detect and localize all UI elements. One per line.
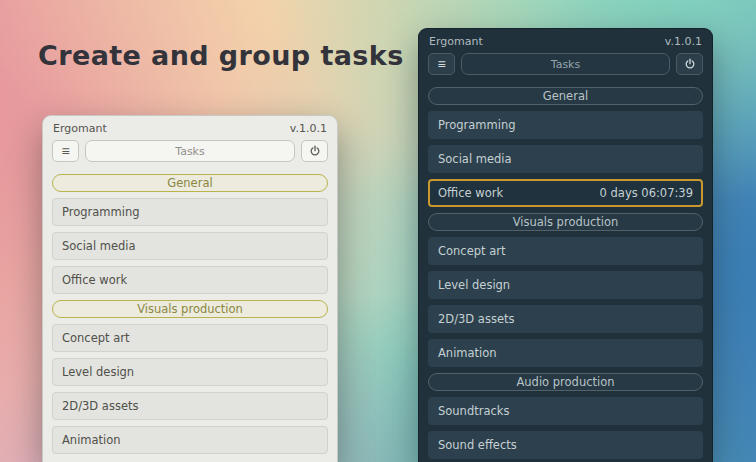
group-header[interactable]: Audio production xyxy=(428,373,703,391)
group-label: General xyxy=(167,176,212,190)
app-window-light: Ergomant v.1.0.1 ≡ Tasks General Program… xyxy=(42,115,338,462)
task-item[interactable]: Office work xyxy=(52,266,328,294)
hamburger-icon: ≡ xyxy=(61,144,69,158)
task-label: Office work xyxy=(438,186,503,200)
task-label: Social media xyxy=(438,152,512,166)
group-label: Visuals production xyxy=(137,302,243,316)
menu-button[interactable]: ≡ xyxy=(52,140,79,162)
window-version: v.1.0.1 xyxy=(290,122,327,135)
task-list: General Programming Social media Office … xyxy=(43,166,337,454)
task-item[interactable]: Level design xyxy=(428,271,703,299)
task-item[interactable]: Level design xyxy=(52,358,328,386)
task-item[interactable]: Social media xyxy=(52,232,328,260)
task-item[interactable]: Concept art xyxy=(52,324,328,352)
task-item[interactable]: 2D/3D assets xyxy=(428,305,703,333)
task-label: Programming xyxy=(438,118,516,132)
task-label: Level design xyxy=(62,365,134,379)
task-label: 2D/3D assets xyxy=(62,399,138,413)
task-label: Office work xyxy=(62,273,127,287)
task-list: General Programming Social media Office … xyxy=(419,79,712,459)
toolbar: ≡ Tasks xyxy=(43,140,337,166)
power-button[interactable] xyxy=(676,53,703,75)
hamburger-icon: ≡ xyxy=(437,57,445,71)
group-label: Audio production xyxy=(516,375,614,389)
task-item[interactable]: Office work 0 days 06:07:39 xyxy=(428,179,703,207)
group-header[interactable]: General xyxy=(52,174,328,192)
menu-button[interactable]: ≡ xyxy=(428,53,455,75)
task-label: Animation xyxy=(62,433,121,447)
task-label: Concept art xyxy=(438,244,506,258)
power-button[interactable] xyxy=(301,140,328,162)
task-label: Concept art xyxy=(62,331,130,345)
toolbar: ≡ Tasks xyxy=(419,53,712,79)
task-timer: 0 days 06:07:39 xyxy=(600,186,693,200)
group-header[interactable]: Visuals production xyxy=(52,300,328,318)
task-item[interactable]: Sound effects xyxy=(428,431,703,459)
page-heading: Create and group tasks xyxy=(38,40,404,71)
titlebar: Ergomant v.1.0.1 xyxy=(419,29,712,53)
group-header[interactable]: General xyxy=(428,87,703,105)
window-title: Ergomant xyxy=(53,122,107,135)
task-label: Programming xyxy=(62,205,140,219)
power-icon xyxy=(309,145,321,157)
task-item[interactable]: Concept art xyxy=(428,237,703,265)
group-label: Visuals production xyxy=(513,215,619,229)
tasks-dropdown[interactable]: Tasks xyxy=(461,53,670,75)
window-title: Ergomant xyxy=(429,35,483,48)
task-item[interactable]: Social media xyxy=(428,145,703,173)
task-label: Sound effects xyxy=(438,438,517,452)
task-item[interactable]: 2D/3D assets xyxy=(52,392,328,420)
group-label: General xyxy=(543,89,588,103)
task-item[interactable]: Programming xyxy=(52,198,328,226)
window-version: v.1.0.1 xyxy=(665,35,702,48)
task-item[interactable]: Programming xyxy=(428,111,703,139)
task-item[interactable]: Soundtracks xyxy=(428,397,703,425)
task-item[interactable]: Animation xyxy=(52,426,328,454)
app-window-dark: Ergomant v.1.0.1 ≡ Tasks General Program… xyxy=(418,28,713,462)
task-label: Level design xyxy=(438,278,510,292)
titlebar: Ergomant v.1.0.1 xyxy=(43,116,337,140)
task-label: Soundtracks xyxy=(438,404,509,418)
task-label: Social media xyxy=(62,239,136,253)
task-label: 2D/3D assets xyxy=(438,312,514,326)
power-icon xyxy=(684,58,696,70)
tasks-dropdown[interactable]: Tasks xyxy=(85,140,295,162)
task-label: Animation xyxy=(438,346,497,360)
group-header[interactable]: Visuals production xyxy=(428,213,703,231)
task-item[interactable]: Animation xyxy=(428,339,703,367)
